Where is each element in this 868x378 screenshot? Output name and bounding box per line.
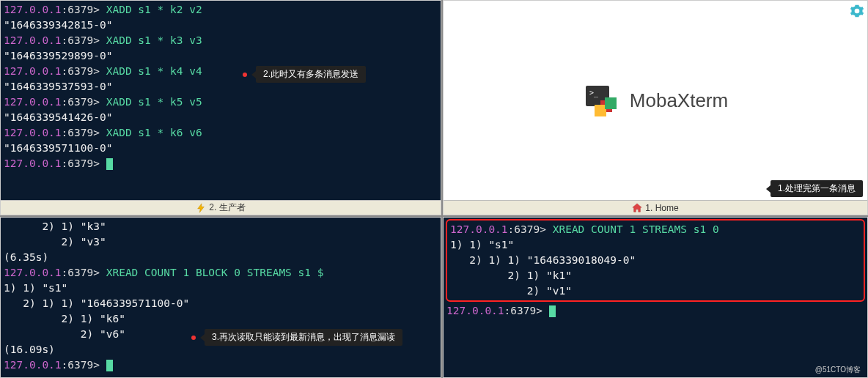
watermark: @51CTO博客: [815, 365, 861, 375]
pointer-icon: [766, 185, 770, 193]
pointer-icon: [251, 71, 256, 78]
annotation-3: 3.再次读取只能读到最新消息，出现了消息漏读: [205, 329, 402, 346]
annotation-2: 2.此时又有多条消息发送: [256, 66, 366, 83]
terminal-consumer-left[interactable]: 2) 1) "k3" 2) "v3" (6.35s) 127.0.0.1:637…: [1, 218, 441, 377]
terminal-consumer-right-after[interactable]: 127.0.0.1:6379>: [444, 302, 867, 320]
home-icon: [632, 203, 642, 213]
home-pane: >_ MobaXterm 1. Home 1.处理完第一条消息: [443, 0, 868, 215]
svg-marker-4: [595, 105, 606, 116]
pointer-icon: [200, 334, 205, 341]
svg-marker-5: [605, 97, 617, 109]
terminal-consumer-left-pane: 2) 1) "k3" 2) "v3" (6.35s) 127.0.0.1:637…: [0, 217, 441, 378]
app-title: MobaXterm: [630, 89, 728, 112]
dot-icon: [243, 73, 247, 77]
svg-text:>_: >_: [589, 89, 599, 97]
tab-label: 2. 生产者: [209, 201, 245, 214]
tab-label: 1. Home: [645, 203, 678, 213]
dot-icon: [191, 336, 196, 340]
tab-producer[interactable]: 2. 生产者: [1, 200, 441, 215]
terminal-producer-pane: 127.0.0.1:6379> XADD s1 * k2 v2 "1646339…: [0, 0, 441, 215]
terminal-consumer-right-pane: 127.0.0.1:6379> XREAD COUNT 1 STREAMS s1…: [443, 217, 868, 378]
lightning-icon: [196, 203, 206, 213]
terminal-producer[interactable]: 127.0.0.1:6379> XADD s1 * k2 v2 "1646339…: [1, 1, 441, 200]
annotation-1: 1.处理完第一条消息: [770, 180, 863, 197]
tab-home[interactable]: 1. Home: [444, 200, 867, 215]
gear-icon[interactable]: [850, 4, 864, 21]
terminal-consumer-right-boxed[interactable]: 127.0.0.1:6379> XREAD COUNT 1 STREAMS s1…: [447, 220, 864, 300]
highlight-box: 127.0.0.1:6379> XREAD COUNT 1 STREAMS s1…: [446, 219, 865, 302]
mobaxterm-logo-icon: >_: [583, 83, 618, 118]
svg-marker-0: [198, 203, 205, 212]
home-content: >_ MobaXterm: [444, 1, 867, 200]
pane-grid: 127.0.0.1:6379> XADD s1 * k2 v2 "1646339…: [0, 0, 868, 378]
